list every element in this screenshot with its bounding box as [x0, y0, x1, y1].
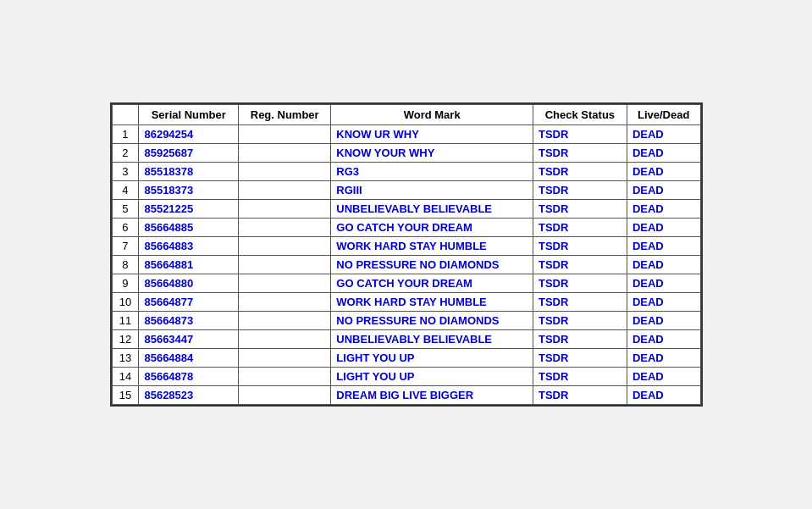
row-number: 10 [112, 293, 139, 312]
row-number: 8 [112, 256, 139, 274]
table-row: 285925687KNOW YOUR WHYTSDRDEAD [112, 144, 700, 163]
table-row: 985664880GO CATCH YOUR DREAMTSDRDEAD [112, 274, 700, 293]
word-mark: GO CATCH YOUR DREAM [331, 219, 533, 237]
reg-number [239, 237, 331, 256]
col-header-livedead: Live/Dead [627, 105, 700, 125]
row-number: 14 [112, 368, 139, 386]
word-mark: KNOW YOUR WHY [331, 144, 533, 163]
table-row: 1285663447UNBELIEVABLY BELIEVABLETSDRDEA… [112, 330, 700, 349]
trademark-table-container: Serial Number Reg. Number Word Mark Chec… [110, 102, 703, 407]
row-number: 1 [112, 125, 139, 144]
reg-number [239, 125, 331, 144]
table-row: 1485664878LIGHT YOU UPTSDRDEAD [112, 368, 700, 386]
live-dead-status: DEAD [627, 330, 700, 349]
col-header-wordmark: Word Mark [331, 105, 533, 125]
trademark-table: Serial Number Reg. Number Word Mark Chec… [112, 104, 701, 405]
word-mark: KNOW UR WHY [331, 125, 533, 144]
live-dead-status: DEAD [627, 256, 700, 274]
table-row: 485518373RGIIITSDRDEAD [112, 181, 700, 200]
serial-number[interactable]: 85664884 [139, 349, 239, 368]
check-status[interactable]: TSDR [533, 274, 627, 293]
col-header-reg: Reg. Number [239, 105, 331, 125]
row-number: 7 [112, 237, 139, 256]
check-status[interactable]: TSDR [533, 293, 627, 312]
check-status[interactable]: TSDR [533, 312, 627, 330]
table-row: 1185664873NO PRESSURE NO DIAMONDSTSDRDEA… [112, 312, 700, 330]
table-row: 585521225UNBELIEVABLY BELIEVABLETSDRDEAD [112, 200, 700, 219]
table-row: 785664883WORK HARD STAY HUMBLETSDRDEAD [112, 237, 700, 256]
col-header-serial: Serial Number [139, 105, 239, 125]
check-status[interactable]: TSDR [533, 368, 627, 386]
check-status[interactable]: TSDR [533, 256, 627, 274]
word-mark: NO PRESSURE NO DIAMONDS [331, 312, 533, 330]
row-number: 6 [112, 219, 139, 237]
check-status[interactable]: TSDR [533, 163, 627, 181]
live-dead-status: DEAD [627, 219, 700, 237]
table-row: 685664885GO CATCH YOUR DREAMTSDRDEAD [112, 219, 700, 237]
table-row: 1585628523DREAM BIG LIVE BIGGERTSDRDEAD [112, 386, 700, 405]
serial-number[interactable]: 85664873 [139, 312, 239, 330]
serial-number[interactable]: 85664881 [139, 256, 239, 274]
serial-number[interactable]: 85925687 [139, 144, 239, 163]
check-status[interactable]: TSDR [533, 330, 627, 349]
row-number: 2 [112, 144, 139, 163]
reg-number [239, 349, 331, 368]
serial-number[interactable]: 85664883 [139, 237, 239, 256]
check-status[interactable]: TSDR [533, 237, 627, 256]
serial-number[interactable]: 86294254 [139, 125, 239, 144]
reg-number [239, 368, 331, 386]
serial-number[interactable]: 85664885 [139, 219, 239, 237]
reg-number [239, 386, 331, 405]
word-mark: RG3 [331, 163, 533, 181]
reg-number [239, 144, 331, 163]
serial-number[interactable]: 85521225 [139, 200, 239, 219]
serial-number[interactable]: 85664877 [139, 293, 239, 312]
table-row: 186294254KNOW UR WHYTSDRDEAD [112, 125, 700, 144]
live-dead-status: DEAD [627, 386, 700, 405]
check-status[interactable]: TSDR [533, 125, 627, 144]
serial-number[interactable]: 85518373 [139, 181, 239, 200]
live-dead-status: DEAD [627, 349, 700, 368]
check-status[interactable]: TSDR [533, 386, 627, 405]
table-header-row: Serial Number Reg. Number Word Mark Chec… [112, 105, 700, 125]
check-status[interactable]: TSDR [533, 181, 627, 200]
serial-number[interactable]: 85628523 [139, 386, 239, 405]
word-mark: UNBELIEVABLY BELIEVABLE [331, 330, 533, 349]
word-mark: WORK HARD STAY HUMBLE [331, 237, 533, 256]
live-dead-status: DEAD [627, 368, 700, 386]
row-number: 3 [112, 163, 139, 181]
check-status[interactable]: TSDR [533, 200, 627, 219]
live-dead-status: DEAD [627, 200, 700, 219]
reg-number [239, 312, 331, 330]
reg-number [239, 256, 331, 274]
check-status[interactable]: TSDR [533, 144, 627, 163]
reg-number [239, 200, 331, 219]
reg-number [239, 181, 331, 200]
col-header-num [112, 105, 139, 125]
word-mark: WORK HARD STAY HUMBLE [331, 293, 533, 312]
reg-number [239, 274, 331, 293]
live-dead-status: DEAD [627, 163, 700, 181]
reg-number [239, 219, 331, 237]
live-dead-status: DEAD [627, 274, 700, 293]
row-number: 4 [112, 181, 139, 200]
serial-number[interactable]: 85664880 [139, 274, 239, 293]
word-mark: GO CATCH YOUR DREAM [331, 274, 533, 293]
table-row: 385518378RG3TSDRDEAD [112, 163, 700, 181]
row-number: 5 [112, 200, 139, 219]
serial-number[interactable]: 85518378 [139, 163, 239, 181]
check-status[interactable]: TSDR [533, 349, 627, 368]
col-header-status: Check Status [533, 105, 627, 125]
reg-number [239, 330, 331, 349]
word-mark: DREAM BIG LIVE BIGGER [331, 386, 533, 405]
check-status[interactable]: TSDR [533, 219, 627, 237]
word-mark: RGIII [331, 181, 533, 200]
row-number: 12 [112, 330, 139, 349]
serial-number[interactable]: 85664878 [139, 368, 239, 386]
live-dead-status: DEAD [627, 312, 700, 330]
live-dead-status: DEAD [627, 237, 700, 256]
serial-number[interactable]: 85663447 [139, 330, 239, 349]
live-dead-status: DEAD [627, 125, 700, 144]
row-number: 15 [112, 386, 139, 405]
row-number: 13 [112, 349, 139, 368]
